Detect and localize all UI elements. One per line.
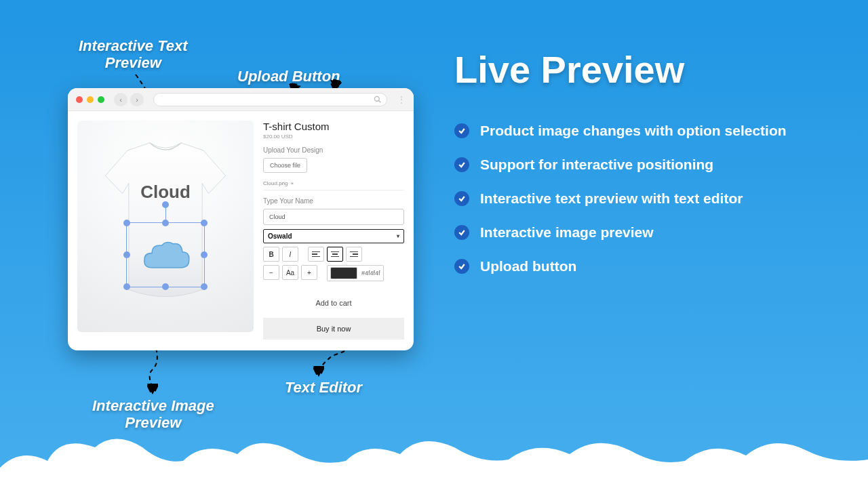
callout-text-preview: Interactive Text Preview [79,37,188,72]
window-close-icon[interactable] [76,96,83,103]
feature-row: Interactive image preview [454,224,848,241]
resize-handle[interactable] [201,220,208,226]
text-size-color-toolbar: − Aa + #4f4f4f [263,265,404,281]
search-icon [374,96,381,103]
resize-handle[interactable] [123,283,130,290]
svg-line-1 [379,101,381,103]
resize-handle[interactable] [201,283,208,290]
chevron-down-icon: ▾ [397,233,399,239]
check-icon [454,191,469,206]
browser-titlebar: ‹ › ⋮ [68,88,414,111]
bold-button[interactable]: B [263,247,279,262]
product-form: T-shirt Custom $20.00 USD Upload Your De… [263,121,404,340]
align-right-button[interactable] [346,247,362,262]
feature-label: Interactive text preview with text edito… [480,190,743,207]
remove-file-icon[interactable]: × [290,180,294,186]
marketing-panel: Live Preview Product image changes with … [454,47,848,292]
feature-label: Support for interactive positioning [480,157,713,173]
add-to-cart-button[interactable]: Add to cart [263,293,404,312]
color-swatch [330,267,357,279]
feature-label: Interactive image preview [480,224,654,241]
uploaded-image-overlay[interactable] [139,237,193,277]
align-center-button[interactable] [327,247,343,262]
marketing-title: Live Preview [454,47,848,92]
resize-handle[interactable] [201,251,208,258]
feature-label: Upload button [480,258,576,274]
upload-label: Upload Your Design [263,146,404,154]
color-hex: #4f4f4f [361,270,380,277]
check-icon [454,259,469,274]
resize-handle[interactable] [123,251,130,258]
uploaded-filename: Cloud.png [263,180,288,186]
uploaded-file-chip: Cloud.png × [263,177,404,190]
size-indicator: Aa [282,265,298,280]
type-name-label: Type Your Name [263,197,404,205]
text-format-toolbar: B I [263,247,404,262]
feature-label: Product image changes with option select… [480,123,787,139]
product-title: T-shirt Custom [263,121,404,132]
browser-menu-icon[interactable]: ⋮ [397,95,406,104]
name-input[interactable]: Cloud [263,209,404,225]
resize-handle[interactable] [162,220,169,226]
increase-size-button[interactable]: + [301,265,317,280]
font-select[interactable]: Oswald ▾ [263,229,404,243]
decorative-clouds [0,427,868,488]
svg-point-0 [374,96,379,101]
check-icon [454,225,469,240]
browser-window: ‹ › ⋮ [68,88,414,350]
rotate-handle[interactable] [162,201,169,208]
color-picker[interactable]: #4f4f4f [327,265,384,281]
feature-row: Product image changes with option select… [454,123,848,139]
address-bar[interactable] [153,93,387,106]
selection-box[interactable] [126,222,205,287]
window-maximize-icon[interactable] [98,96,104,103]
callout-image-preview: Interactive Image Preview [92,397,214,432]
feature-row: Upload button [454,258,848,274]
canvas-text-overlay[interactable]: Cloud [77,182,254,203]
product-price: $20.00 USD [263,134,404,140]
callout-text-editor: Text Editor [285,379,362,396]
product-canvas[interactable]: Cloud [77,121,254,332]
check-icon [454,157,469,172]
check-icon [454,123,469,138]
nav-forward-button[interactable]: › [130,93,144,106]
feature-row: Support for interactive positioning [454,157,848,173]
resize-handle[interactable] [123,220,130,226]
window-minimize-icon[interactable] [87,96,94,103]
decrease-size-button[interactable]: − [263,265,279,280]
buy-now-button[interactable]: Buy it now [263,318,404,340]
align-left-button[interactable] [308,247,324,262]
callout-upload-button: Upload Button [237,68,340,85]
feature-row: Interactive text preview with text edito… [454,190,848,207]
font-select-value: Oswald [268,232,292,240]
resize-handle[interactable] [162,283,169,290]
italic-button[interactable]: I [282,247,298,262]
nav-back-button[interactable]: ‹ [114,93,127,106]
choose-file-button[interactable]: Choose file [263,158,307,173]
